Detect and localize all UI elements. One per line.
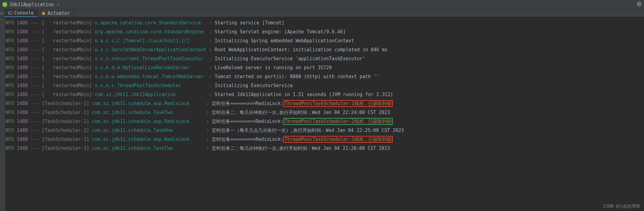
log-line: NFO 1488 --- [ restartedMain] o.s.b.d.a.… (6, 63, 644, 72)
log-pid: 1488 (17, 74, 28, 79)
log-level: NFO (6, 92, 14, 97)
log-message: LiveReload server is running on port 357… (215, 65, 332, 70)
log-colon: : (209, 29, 212, 35)
log-sep: --- (31, 74, 39, 79)
log-line: NFO 1488 --- [ restartedMain] o.s.b.w.em… (6, 72, 644, 81)
log-level: NFO (6, 65, 14, 70)
log-sep: --- (31, 65, 39, 70)
log-pid: 1488 (17, 20, 28, 26)
log-line: NFO 1488 --- [TaskScheduler-1] com.xz.jd… (6, 108, 644, 117)
log-message-pre: 定时任务======>>>RedisLock: (212, 101, 283, 106)
log-level: NFO (6, 20, 14, 26)
log-message: Initializing Spring embedded WebApplicat… (215, 38, 354, 44)
title-bar: Jdk11Application × (0, 0, 644, 9)
log-sep: --- (31, 47, 39, 53)
log-sep: --- (31, 20, 39, 26)
log-pid: 1488 (17, 128, 28, 133)
log-sep: --- (31, 83, 39, 88)
log-logger: com.xz.jdk11.Jdk11Application (95, 92, 206, 97)
app-title: Jdk11Application (9, 2, 54, 7)
log-colon: : (209, 38, 212, 44)
log-message-pre: 定时任务======>>>RedisLock: (212, 119, 283, 124)
log-level: NFO (6, 146, 14, 151)
log-message: Tomcat started on port(s): 8080 (http) w… (215, 74, 379, 79)
log-level: NFO (6, 110, 14, 115)
log-line: NFO 1488 --- [TaskScheduler-2] com.xz.jd… (6, 126, 644, 135)
log-logger: com.xz.jdk11.schedule.TaskTwo (92, 110, 203, 115)
tab-console-label: Console (14, 10, 34, 16)
log-thread: [TaskScheduler-1] (42, 110, 89, 115)
log-level: NFO (6, 47, 14, 53)
log-sep: --- (31, 92, 39, 97)
close-icon[interactable]: × (57, 2, 60, 7)
log-message: Initializing ExecutorService 'applicatio… (215, 56, 365, 61)
log-logger: o.s.b.w.embedded.tomcat.TomcatWebServer (95, 74, 206, 79)
actuator-icon (41, 11, 46, 15)
log-thread: [TaskScheduler-2] (42, 128, 89, 133)
log-colon: : (206, 119, 209, 124)
log-level: NFO (6, 128, 14, 133)
log-thread: [ restartedMain] (42, 20, 92, 26)
log-level: NFO (6, 29, 14, 35)
log-thread: [ restartedMain] (42, 74, 92, 79)
log-colon: : (206, 137, 209, 142)
log-line: NFO 1488 --- [TaskScheduler-2] com.xz.jd… (6, 117, 644, 126)
log-sep: --- (31, 128, 39, 133)
watermark: CSDN @小志的博客 (603, 204, 640, 209)
log-line: NFO 1488 --- [ restartedMain] o.a.c.c.C.… (6, 36, 644, 45)
log-line: NFO 1488 --- [ restartedMain] o.apache.c… (6, 19, 644, 27)
log-pid: 1488 (17, 56, 28, 61)
tab-actuator[interactable]: Actuator (38, 9, 74, 17)
tab-console[interactable]: Console (4, 9, 38, 17)
log-colon: : (209, 83, 212, 88)
log-pid: 1488 (17, 101, 28, 106)
log-message: Initializing ExecutorService (215, 83, 293, 88)
log-line: NFO 1488 --- [TaskScheduler-1] com.xz.jd… (6, 99, 644, 108)
log-sep: --- (31, 101, 39, 106)
log-level: NFO (6, 56, 14, 61)
log-message: 定时任务二：每几分钟执行一次,执行开始时间：Wed Jan 04 22:24:0… (212, 110, 390, 115)
log-level: NFO (6, 38, 14, 44)
log-sep: --- (31, 137, 39, 142)
log-pid: 1488 (17, 47, 28, 53)
log-message: 定时任务二：每几分钟执行一次,执行开始时间：Wed Jan 04 22:26:0… (212, 146, 390, 151)
log-message-pre: 定时任务======>>>RedisLock: (212, 137, 283, 142)
log-colon: : (206, 128, 209, 133)
log-thread: [TaskScheduler-1] (42, 101, 89, 106)
log-sep: --- (31, 56, 39, 61)
log-sep: --- (31, 146, 39, 151)
log-line: NFO 1488 --- [TaskScheduler-1] com.xz.jd… (6, 135, 644, 144)
log-level: NFO (6, 119, 14, 124)
log-colon: : (209, 92, 212, 97)
log-logger: o.a.c.c.C.[Tomcat].[localhost].[/] (95, 38, 206, 44)
log-message: Starting Servlet engine: [Apache Tomcat/… (215, 29, 345, 35)
console-output[interactable]: NFO 1488 --- [ restartedMain] o.apache.c… (6, 17, 644, 211)
svg-rect-0 (8, 11, 12, 15)
log-colon: : (209, 20, 212, 26)
log-sep: --- (31, 29, 39, 35)
gear-icon[interactable] (637, 2, 642, 8)
tabs-bar: Console Actuator (0, 9, 644, 17)
log-line: NFO 1488 --- [ restartedMain] w.s.c.Serv… (6, 45, 644, 54)
log-message-highlight: ThreadPoolTaskScheduler-1线程，已获取到锁 (283, 136, 393, 143)
log-colon: : (206, 101, 209, 106)
log-line: NFO 1488 --- [ restartedMain] o.s.s.conc… (6, 54, 644, 63)
log-logger: com.xz.jdk11.schedule.aop.RedisLock (92, 137, 203, 142)
log-pid: 1488 (17, 92, 28, 97)
log-thread: [TaskScheduler-2] (42, 119, 89, 124)
log-message-highlight: ThreadPoolTaskScheduler-2线程，已获取到锁 (283, 118, 393, 125)
log-thread: [TaskScheduler-1] (42, 146, 89, 151)
log-thread: [ restartedMain] (42, 29, 92, 35)
log-thread: [ restartedMain] (42, 38, 92, 44)
log-colon: : (209, 47, 212, 53)
log-pid: 1488 (17, 83, 28, 88)
log-message: Root WebApplicationContext: initializati… (215, 47, 387, 53)
log-logger: w.s.c.ServletWebServerApplicationContext (95, 47, 206, 53)
tab-expand-icon[interactable] (0, 9, 4, 17)
log-pid: 1488 (17, 146, 28, 151)
tool-gutter[interactable] (0, 17, 6, 211)
log-logger: com.xz.jdk11.schedule.TaskTwo (92, 146, 203, 151)
log-thread: [ restartedMain] (42, 56, 92, 61)
log-pid: 1488 (17, 65, 28, 70)
log-line: NFO 1488 --- [ restartedMain] o.s.s.c.Th… (6, 81, 644, 90)
